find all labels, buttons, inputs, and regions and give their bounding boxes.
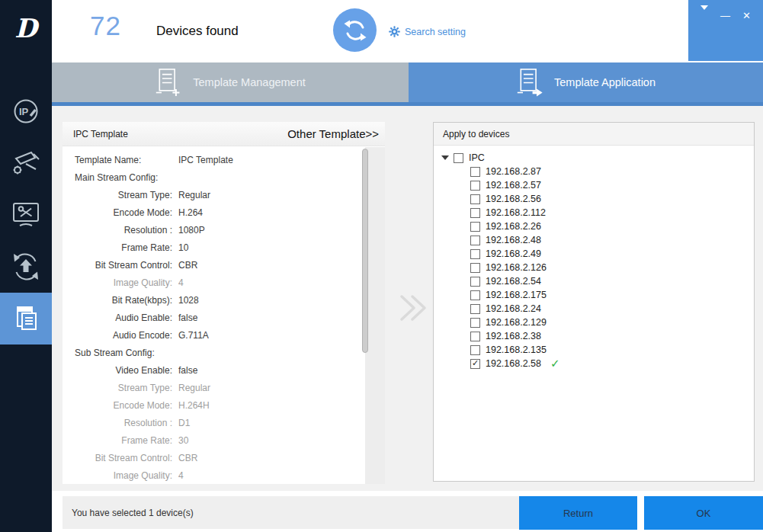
template-property-row: Sub Stream Config:	[63, 344, 385, 361]
device-row: 192.168.2.24 ✓	[470, 302, 754, 316]
device-checkbox[interactable]	[470, 222, 480, 232]
ip-edit-icon: IP	[11, 96, 41, 127]
group-label: IPC	[469, 152, 485, 163]
device-row: 192.168.2.126 ✓	[470, 261, 754, 274]
property-label: Encode Mode:	[75, 400, 172, 411]
device-row: 192.168.2.129 ✓	[470, 316, 754, 329]
template-panel: IPC Template Other Template>> Template N…	[63, 122, 385, 484]
minimize-button[interactable]: —	[720, 11, 730, 21]
sidebar-nav: IP	[0, 85, 52, 345]
property-value: 30	[178, 435, 188, 446]
group-checkbox[interactable]	[454, 153, 463, 163]
refresh-icon	[342, 18, 368, 43]
device-checkbox[interactable]	[470, 208, 480, 218]
close-button[interactable]: ✕	[742, 11, 751, 21]
close-icon: ✕	[742, 11, 751, 21]
window-menu-button[interactable]	[700, 11, 708, 21]
device-checkbox[interactable]	[470, 345, 480, 355]
property-label: Resolution :	[75, 418, 172, 428]
tab-template-application[interactable]: Template Application	[409, 62, 763, 102]
device-checkbox[interactable]	[470, 167, 480, 177]
ok-button[interactable]: OK	[644, 496, 763, 530]
device-checkbox[interactable]	[470, 332, 480, 341]
property-value: D1	[178, 418, 190, 428]
property-label: Audio Encode:	[75, 330, 172, 341]
device-checkbox[interactable]	[470, 249, 480, 259]
device-ip-label: 192.168.2.135	[486, 345, 547, 355]
property-label: Template Name:	[75, 155, 172, 165]
device-checkbox[interactable]	[470, 318, 480, 328]
template-property-row: Frame Rate: 30	[63, 431, 385, 449]
property-value: 4	[178, 277, 184, 288]
tab-label: Template Management	[193, 76, 306, 88]
main-area: 72 Devices found	[52, 0, 763, 532]
device-ip-label: 192.168.2.112	[486, 207, 546, 218]
sidebar-item-template[interactable]	[0, 293, 52, 345]
sidebar: D IP	[0, 0, 52, 532]
device-checkbox[interactable]	[470, 304, 480, 314]
document-plus-icon	[155, 66, 182, 99]
property-label: Bit Stream Control:	[75, 453, 172, 463]
devices-found-label: Devices found	[156, 24, 239, 39]
template-scrollbar-track[interactable]	[365, 147, 385, 484]
template-property-row: Encode Mode: H.264	[63, 204, 385, 221]
property-value: CBR	[178, 260, 197, 271]
success-check-icon: ✓	[550, 357, 560, 370]
selection-status-text: You have selected 1 device(s)	[72, 508, 194, 518]
property-label: Frame Rate:	[75, 242, 172, 253]
device-row: 192.168.2.38 ✓	[470, 329, 754, 343]
device-checkbox[interactable]	[470, 263, 480, 273]
property-label: Image Quality:	[75, 277, 172, 288]
property-value: Regular	[178, 383, 210, 393]
device-row: 192.168.2.175 ✓	[470, 288, 754, 302]
property-label: Video Enable:	[75, 365, 172, 376]
device-ip-label: 192.168.2.26	[486, 221, 541, 232]
gear-icon	[389, 26, 400, 37]
template-property-row: Resolution : 1080P	[63, 221, 385, 239]
return-button[interactable]: Return	[519, 496, 637, 530]
property-label: Sub Stream Config:	[75, 348, 172, 358]
template-panel-title: IPC Template	[73, 129, 128, 139]
device-ip-label: 192.168.2.175	[486, 290, 547, 300]
apply-direction-indicator	[390, 289, 435, 327]
template-property-row: Encode Mode: H.264H	[63, 396, 385, 414]
collapse-triangle-icon[interactable]	[441, 155, 449, 160]
property-label: Stream Type:	[75, 190, 172, 200]
device-ip-label: 192.168.2.48	[486, 235, 541, 245]
template-property-row: Image Quality: 4	[63, 274, 385, 291]
refresh-button[interactable]	[333, 8, 377, 52]
search-setting-label: Search setting	[405, 27, 466, 37]
device-ip-label: 192.168.2.49	[486, 248, 541, 259]
device-row: 192.168.2.135 ✓	[470, 343, 754, 357]
property-label: Bit Rate(kbps):	[75, 295, 172, 306]
device-checkbox[interactable]	[470, 359, 480, 369]
property-label: Main Stream Config:	[75, 172, 172, 183]
tab-label: Template Application	[554, 76, 656, 88]
sidebar-item-ip-modify[interactable]: IP	[0, 85, 52, 137]
template-scrollbar-thumb[interactable]	[362, 149, 368, 353]
template-property-list: Template Name: IPC Template Main Stream …	[63, 146, 385, 484]
sidebar-item-system-settings[interactable]	[0, 189, 52, 241]
sidebar-item-device-config[interactable]	[0, 137, 52, 189]
content-area: IPC Template Other Template>> Template N…	[52, 106, 763, 491]
device-checkbox[interactable]	[470, 236, 480, 245]
device-checkbox[interactable]	[470, 290, 480, 300]
tab-template-management[interactable]: Template Management	[52, 62, 409, 102]
device-row: 192.168.2.58 ✓	[470, 357, 754, 370]
device-checkbox[interactable]	[470, 277, 480, 287]
device-row: 192.168.2.54 ✓	[470, 274, 754, 288]
device-checkbox[interactable]	[470, 194, 480, 204]
device-list: 192.168.2.87 ✓ 192.168.2.57 ✓	[441, 165, 754, 370]
search-setting-button[interactable]: Search setting	[389, 26, 466, 37]
device-row: 192.168.2.56 ✓	[470, 192, 754, 206]
device-row: 192.168.2.112 ✓	[470, 206, 754, 220]
device-checkbox[interactable]	[470, 181, 480, 191]
template-property-row: Audio Enable: false	[63, 309, 385, 326]
property-label: Image Quality:	[75, 470, 172, 481]
template-property-row: Image Quality: 4	[63, 466, 385, 484]
property-label: Bit Stream Control:	[75, 260, 172, 271]
property-label: Stream Type:	[75, 383, 172, 393]
property-value: IPC Template	[178, 155, 233, 165]
other-template-link[interactable]: Other Template>>	[287, 127, 379, 140]
sidebar-item-upgrade[interactable]	[0, 241, 52, 293]
